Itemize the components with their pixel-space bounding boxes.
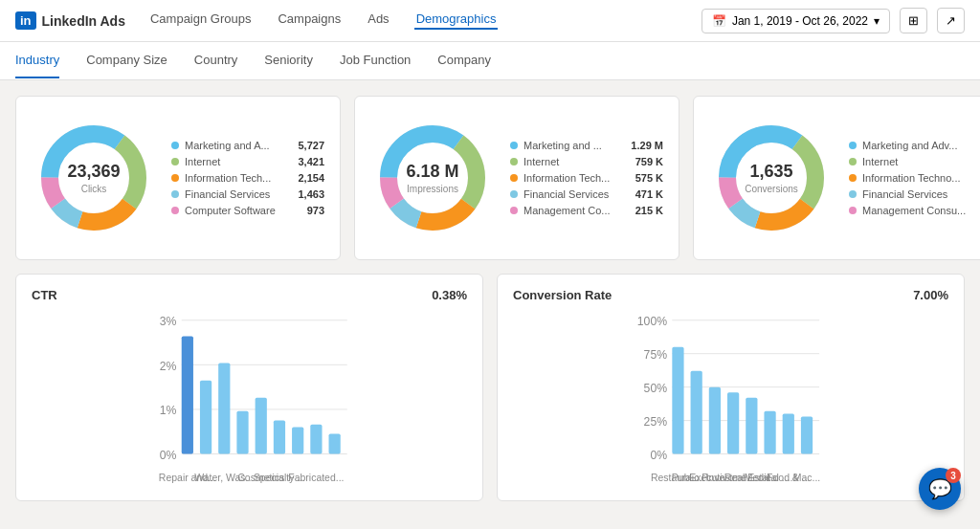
bar-rect[interactable] [764,411,775,454]
sub-nav-company[interactable]: Company [437,43,491,78]
sub-nav-seniority[interactable]: Seniority [264,43,313,78]
bar-title-conversion_rate: Conversion Rate [513,288,612,302]
bar-chart-svg-ctr: 3%2%1%0%Repair and...Water, Was...Cosmet… [32,312,467,484]
legend-dot [849,142,857,149]
sub-nav-job-function[interactable]: Job Function [340,43,411,78]
legend-item: Management Co... 215 K [510,205,663,216]
legend-name: Marketing and Adv... [862,140,966,151]
legend-name: Information Tech... [185,172,280,184]
legend-name: Financial Services [185,188,280,200]
bar-card-header-ctr: CTR 0.38% [32,288,467,302]
donut-legend-conversions: Marketing and Adv... 297 Internet 209 In… [849,140,980,216]
date-range-text: Jan 1, 2019 - Oct 26, 2022 [732,14,868,28]
bar-charts-row: CTR 0.38%3%2%1%0%Repair and...Water, Was… [15,274,965,501]
donut-svg-clicks: 23,369 Clicks [32,116,156,240]
bar-rect[interactable] [236,411,248,454]
bar-rect[interactable] [801,416,813,453]
columns-button[interactable]: ⊞ [900,8,927,33]
y-axis-label: 75% [644,348,668,362]
y-axis-label: 0% [160,449,177,462]
sub-nav-industry[interactable]: Industry [15,43,59,78]
legend-name: Marketing and A... [185,140,280,151]
legend-dot [849,190,857,198]
bar-rect[interactable] [672,347,683,454]
legend-item: Marketing and A... 5,727 [171,140,324,151]
legend-name: Information Techno... [862,172,966,184]
date-range-button[interactable]: 📅 Jan 1, 2019 - Oct 26, 2022 ▾ [702,9,890,33]
donut-label-conversions: Conversions [745,183,798,193]
y-axis-label: 3% [160,315,177,328]
share-button[interactable]: ↗ [937,8,965,33]
bar-rect[interactable] [329,434,341,454]
bar-title-ctr: CTR [32,288,57,302]
bar-total-ctr: 0.38% [432,288,467,302]
bar-rect[interactable] [783,414,794,454]
legend-value: 125 [971,188,980,200]
bar-chart-svg-conversion_rate: 100%75%50%25%0%Restaura.....Public P....… [513,312,948,484]
donut-charts-row: 23,369 Clicks Marketing and A... 5,727 I… [15,96,965,260]
legend-item: Information Techno... 165 [849,172,980,184]
calendar-icon: 📅 [712,14,726,28]
linkedin-logo: in LinkedIn Ads [15,11,125,30]
nav-link-demographics[interactable]: Demographics [414,11,499,30]
donut-label-impressions: Impressions [406,183,458,193]
chat-badge: 3 [946,468,961,483]
sub-nav-company-size[interactable]: Company Size [86,43,167,78]
bar-rect[interactable] [200,381,212,454]
legend-item: Internet 3,421 [171,156,324,167]
legend-item: Financial Services 1,463 [171,188,324,200]
legend-value: 973 [286,205,324,216]
legend-name: Management Co... [523,205,619,216]
chat-button[interactable]: 💬 3 [919,468,961,510]
donut-legend-clicks: Marketing and A... 5,727 Internet 3,421 … [171,140,324,216]
bar-rect[interactable] [182,337,193,454]
legend-value: 209 [971,156,980,167]
legend-value: 5,727 [286,140,324,151]
bar-rect[interactable] [709,387,721,454]
legend-name: Financial Services [862,188,966,200]
donut-center-impressions: 6.18 M Impressions [406,163,458,194]
legend-item: Financial Services 125 [849,188,980,200]
donut-svg-conversions: 1,635 Conversions [709,116,834,240]
donut-value-conversions: 1,635 [745,163,798,182]
nav-link-campaigns[interactable]: Campaigns [276,11,343,30]
legend-value: 87 [971,205,980,216]
donut-center-conversions: 1,635 Conversions [745,163,798,194]
legend-name: Internet [523,156,619,167]
donut-card-impressions: 6.18 M Impressions Marketing and ... 1.2… [354,96,679,260]
legend-dot [171,174,179,182]
nav-right: 📅 Jan 1, 2019 - Oct 26, 2022 ▾ ⊞ ↗ [702,8,965,33]
nav-link-campaign-groups[interactable]: Campaign Groups [148,11,254,30]
donut-card-conversions: 1,635 Conversions Marketing and Adv... 2… [693,96,980,260]
sub-nav-country[interactable]: Country [194,43,238,78]
legend-value: 1.29 M [625,140,663,151]
chevron-down-icon: ▾ [874,14,880,28]
legend-value: 297 [971,140,980,151]
bar-rect[interactable] [256,398,267,454]
bar-rect[interactable] [274,421,285,454]
nav-link-ads[interactable]: Ads [366,11,390,30]
bar-rect[interactable] [727,392,739,453]
bar-rect[interactable] [746,398,757,454]
legend-item: Information Tech... 2,154 [171,172,324,184]
legend-item: Financial Services 471 K [510,188,663,200]
legend-value: 575 K [625,172,663,184]
legend-value: 165 [971,172,980,184]
legend-item: Computer Software 973 [171,205,324,216]
bar-rect[interactable] [218,363,230,453]
legend-dot [171,158,179,165]
legend-value: 1,463 [286,188,324,200]
legend-name: Computer Software [185,205,280,216]
bar-rect[interactable] [310,425,322,454]
bar-rect[interactable] [292,428,303,454]
legend-item: Internet 759 K [510,156,663,167]
y-axis-label: 100% [637,315,667,328]
bar-card-ctr: CTR 0.38%3%2%1%0%Repair and...Water, Was… [15,274,483,501]
donut-svg-impressions: 6.18 M Impressions [370,116,495,240]
legend-name: Internet [862,156,966,167]
main-content: 23,369 Clicks Marketing and A... 5,727 I… [0,80,980,517]
legend-name: Marketing and ... [523,140,619,151]
donut-label-clicks: Clicks [67,183,120,193]
bar-rect[interactable] [691,371,702,454]
brand-name: LinkedIn Ads [42,13,125,29]
